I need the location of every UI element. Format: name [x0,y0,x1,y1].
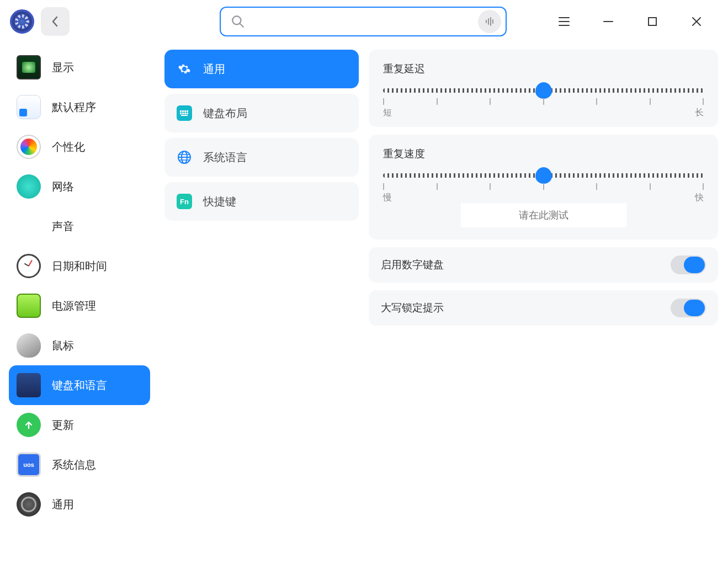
repeat-rate-title: 重复速度 [383,147,704,161]
sidebar-item-label: 系统信息 [52,457,96,472]
svg-rect-21 [187,113,188,114]
general-settings-icon [17,492,41,517]
default-apps-icon [17,95,41,119]
minimize-button[interactable] [600,13,617,30]
arrow-up-icon [23,419,34,430]
sidebar-item-mouse[interactable]: 鼠标 [9,326,150,365]
sidebar-item-display[interactable]: 显示 [9,47,150,87]
sidebar-item-label: 通用 [52,497,74,512]
capslock-hint-toggle[interactable] [671,299,706,317]
slider-max-label: 快 [695,192,704,204]
svg-rect-14 [180,110,182,112]
svg-rect-22 [181,115,188,116]
chevron-left-icon [51,15,60,28]
close-button[interactable] [688,13,705,30]
hamburger-icon [558,17,570,26]
svg-rect-20 [184,113,186,114]
slider-labels: 短 长 [383,107,704,119]
sidebar-item-personalization[interactable]: 个性化 [9,127,150,167]
mouse-icon [17,333,41,358]
sidebar-item-label: 网络 [52,179,74,194]
sidebar-item-update[interactable]: 更新 [9,405,150,445]
keyboard-layout-icon [177,105,192,121]
personalization-icon [17,135,41,159]
numeric-keypad-row: 启用数字键盘 [369,247,718,283]
menu-button[interactable] [556,13,572,30]
sidebar-item-label: 更新 [52,418,74,433]
sub-nav: 通用 键盘布局 系统语言 Fn 快捷键 [159,43,364,564]
system-info-icon: uos [17,453,41,477]
sidebar-item-label: 显示 [52,60,74,75]
sidebar-item-label: 键盘和语言 [52,378,107,393]
fn-icon: Fn [177,194,192,209]
numeric-keypad-toggle[interactable] [671,256,706,274]
slider-track [383,88,704,93]
tab-keyboard-layout[interactable]: 键盘布局 [164,94,359,132]
slider-thumb[interactable] [535,82,552,99]
sidebar-item-system-info[interactable]: uos 系统信息 [9,445,150,485]
search-container [220,7,507,36]
slider-min-label: 慢 [383,192,392,204]
sidebar-item-default-apps[interactable]: 默认程序 [9,87,150,127]
sound-icon [17,214,41,238]
sidebar-item-datetime[interactable]: 日期和时间 [9,246,150,286]
tab-label: 通用 [203,62,225,77]
svg-rect-15 [182,110,184,112]
window-controls [556,13,718,30]
repeat-rate-card: 重复速度 慢 快 [369,135,718,240]
sidebar-item-power[interactable]: 电源管理 [9,286,150,326]
svg-rect-19 [182,113,184,114]
tab-label: 键盘布局 [203,106,247,121]
maximize-button[interactable] [644,13,661,30]
datetime-icon [17,254,41,278]
keyboard-language-icon [17,373,41,397]
search-input[interactable] [252,16,471,28]
svg-rect-17 [187,110,188,112]
sidebar-item-label: 鼠标 [52,338,74,353]
gear-icon [177,61,192,77]
power-icon [17,294,41,318]
display-icon [17,55,41,79]
slider-max-label: 长 [695,107,704,119]
main-body: 显示 默认程序 个性化 网络 声音 日期和时间 电源管理 鼠标 [0,43,728,564]
globe-icon [177,150,192,165]
search-box[interactable] [220,7,507,36]
content-pane: 重复延迟 短 长 重复速度 慢 快 [364,43,728,564]
svg-rect-10 [649,18,656,25]
repeat-delay-title: 重复延迟 [383,62,704,76]
minimize-icon [602,15,614,28]
svg-line-1 [240,23,243,27]
slider-track [383,173,704,178]
sidebar-item-network[interactable]: 网络 [9,167,150,206]
slider-min-label: 短 [383,107,392,119]
close-icon [690,15,703,28]
tab-general[interactable]: 通用 [164,50,359,88]
repeat-delay-slider[interactable]: 短 长 [383,88,704,115]
slider-labels: 慢 快 [383,192,704,204]
slider-thumb[interactable] [535,167,552,184]
app-logo [10,9,34,34]
tab-label: 快捷键 [203,194,236,209]
capslock-hint-row: 大写锁定提示 [369,290,718,326]
repeat-rate-slider[interactable]: 慢 快 [383,173,704,200]
slider-ticks [383,98,704,105]
sidebar-item-keyboard-language[interactable]: 键盘和语言 [9,365,150,405]
svg-rect-16 [184,110,186,112]
back-button[interactable] [41,7,70,36]
repeat-test-input[interactable] [461,203,626,227]
tab-shortcuts[interactable]: Fn 快捷键 [164,182,359,221]
sidebar-item-label: 声音 [52,219,74,234]
tab-system-language[interactable]: 系统语言 [164,138,359,177]
waveform-icon [484,16,495,27]
sidebar-item-sound[interactable]: 声音 [9,206,150,246]
tab-label: 系统语言 [203,150,247,165]
search-icon [231,14,245,29]
svg-rect-18 [180,113,182,114]
titlebar [0,0,728,43]
capslock-hint-label: 大写锁定提示 [381,301,444,315]
sidebar-item-general[interactable]: 通用 [9,485,150,524]
maximize-icon [647,16,658,27]
update-icon [17,413,41,437]
slider-ticks [383,183,704,190]
voice-search-button[interactable] [478,10,501,33]
